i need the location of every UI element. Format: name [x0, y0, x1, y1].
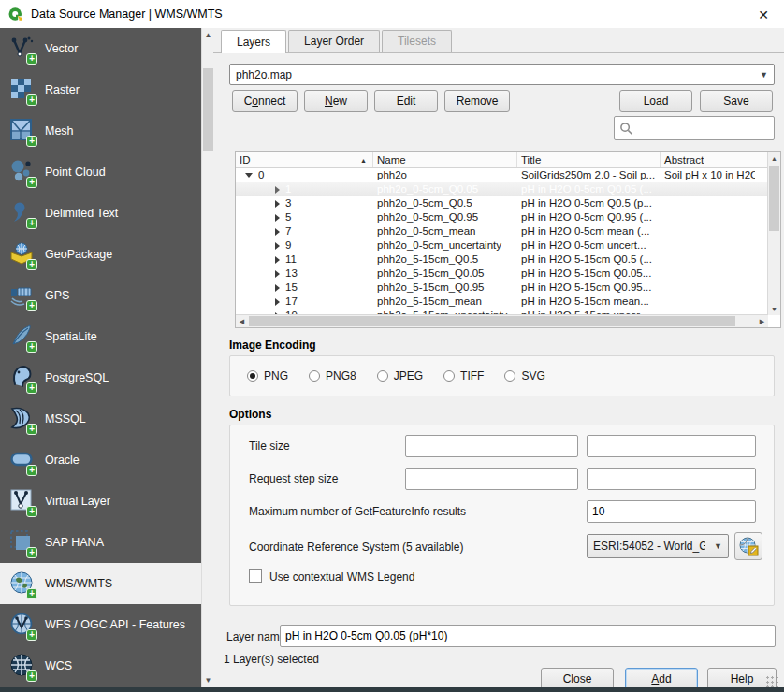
sidebar-item-spatialite[interactable]: SpatiaLite	[0, 316, 201, 357]
sidebar-item-label: MSSQL	[45, 412, 86, 425]
mesh-icon	[9, 118, 36, 144]
select-crs-button[interactable]	[734, 532, 762, 560]
add-badge-icon	[26, 465, 37, 476]
scroll-left-icon[interactable]	[236, 315, 248, 327]
getfeatureinfo-input[interactable]	[587, 500, 756, 523]
tab-layer-order[interactable]: Layer Order	[288, 30, 380, 53]
add-badge-icon	[26, 53, 37, 65]
expand-icon[interactable]	[275, 214, 280, 222]
table-row[interactable]: 3 phh2o_0-5cm_Q0.5 pH in H2O 0-5cm Q0.5 …	[236, 196, 768, 210]
table-horizontal-scrollbar[interactable]	[236, 314, 768, 327]
scrollbar-thumb[interactable]	[203, 68, 213, 151]
sidebar-item-label: Delimited Text	[45, 207, 118, 220]
radio-png8[interactable]: PNG8	[309, 369, 356, 382]
sidebar-item-mssql[interactable]: MSSQL	[0, 398, 201, 440]
request-step-width-input[interactable]	[405, 468, 578, 490]
scrollbar-thumb[interactable]	[769, 166, 779, 231]
table-vertical-scrollbar[interactable]	[767, 152, 780, 315]
sidebar-item-oracle[interactable]: Oracle	[0, 440, 201, 481]
add-badge-icon	[26, 424, 37, 435]
sidebar-item-wfs-ogc-api-features[interactable]: WFS / OGC API - Features	[0, 604, 201, 645]
sidebar-item-mesh[interactable]: Mesh	[0, 110, 201, 151]
contextual-legend-checkbox[interactable]	[249, 569, 262, 583]
tile-size-width-input[interactable]	[405, 435, 578, 457]
comma-icon	[9, 200, 36, 226]
expand-icon[interactable]	[275, 242, 280, 250]
search-input[interactable]	[633, 119, 774, 137]
table-row-selected[interactable]: 1 phh2o_0-5cm_Q0.05 pH in H2O 0-5cm Q0.0…	[236, 182, 768, 196]
request-step-height-input[interactable]	[587, 468, 756, 490]
sidebar-item-wcs[interactable]: WCS	[0, 645, 201, 686]
expand-icon[interactable]	[275, 256, 280, 264]
table-row[interactable]: 5 phh2o_0-5cm_Q0.95 pH in H2O 0-5cm Q0.9…	[236, 210, 768, 224]
sidebar-item-delimited-text[interactable]: Delimited Text	[0, 193, 201, 234]
connection-select[interactable]: phh2o.map	[229, 64, 775, 85]
sidebar-item-geopackage[interactable]: GeoPackage	[0, 234, 201, 275]
tab-layers[interactable]: Layers	[221, 30, 286, 53]
sidebar-item-virtual-layer[interactable]: Virtual Layer	[0, 481, 201, 522]
save-button[interactable]: Save	[700, 90, 773, 112]
scroll-down-icon[interactable]	[768, 303, 780, 315]
wfs-globe-icon	[9, 612, 36, 638]
new-button[interactable]: New	[304, 90, 368, 112]
column-header-abstract[interactable]: Abstract	[661, 152, 755, 167]
image-encoding-heading: Image Encoding	[229, 339, 316, 352]
wcs-globe-icon	[9, 653, 36, 679]
expand-icon[interactable]	[275, 298, 280, 306]
scroll-right-icon[interactable]	[756, 315, 768, 327]
column-header-title[interactable]: Title	[517, 152, 661, 167]
expand-icon[interactable]	[275, 284, 280, 292]
expand-icon[interactable]	[275, 200, 280, 208]
connect-button[interactable]: Connect	[232, 90, 298, 112]
table-row[interactable]: 13 phh2o_5-15cm_Q0.05 pH in H2O 5-15cm Q…	[236, 267, 768, 281]
layer-name-input[interactable]	[280, 625, 776, 647]
add-badge-icon	[26, 177, 37, 188]
sidebar-item-point-cloud[interactable]: Point Cloud	[0, 151, 201, 193]
sidebar-item-label: Mesh	[45, 124, 74, 137]
radio-png[interactable]: PNG	[247, 369, 288, 382]
remove-button[interactable]: Remove	[444, 90, 510, 112]
sidebar-item-vector[interactable]: Vector	[0, 28, 201, 69]
tile-size-height-input[interactable]	[587, 435, 756, 457]
resize-grip[interactable]	[765, 675, 778, 688]
wms-globe-icon	[9, 570, 36, 597]
expand-icon[interactable]	[275, 228, 280, 236]
table-row[interactable]: 11 phh2o_5-15cm_Q0.5 pH in H2O 5-15cm Q0…	[236, 252, 768, 267]
search-box[interactable]	[614, 116, 775, 140]
close-window-button[interactable]	[754, 6, 773, 24]
scroll-down-icon[interactable]	[202, 673, 213, 687]
radio-jpeg[interactable]: JPEG	[377, 369, 423, 382]
tab-tilesets: Tilesets	[382, 30, 452, 53]
edit-button[interactable]: Edit	[374, 90, 438, 112]
add-badge-icon	[26, 341, 37, 353]
table-row[interactable]: 15 phh2o_5-15cm_Q0.95 pH in H2O 5-15cm Q…	[236, 281, 768, 295]
scrollbar-thumb[interactable]	[249, 316, 735, 326]
table-row[interactable]: 17 phh2o_5-15cm_mean pH in H2O 5-15cm me…	[236, 295, 768, 309]
sidebar-item-raster[interactable]: Raster	[0, 69, 201, 110]
crs-select[interactable]: ESRI:54052 - World_Goo	[587, 534, 729, 558]
scroll-up-icon[interactable]	[768, 152, 780, 165]
radio-checked-icon	[247, 370, 258, 382]
radio-tiff[interactable]: TIFF	[443, 369, 484, 382]
collapse-icon[interactable]	[245, 173, 253, 178]
sidebar-scrollbar[interactable]	[201, 28, 213, 692]
scroll-up-icon[interactable]	[202, 28, 213, 42]
table-row[interactable]: 9 phh2o_0-5cm_uncertainty pH in H2O 0-5c…	[236, 238, 768, 252]
add-badge-icon	[26, 259, 37, 270]
expand-icon[interactable]	[275, 270, 280, 278]
sidebar-item-sap-hana[interactable]: SAP HANA	[0, 522, 201, 563]
sidebar-item-gps[interactable]: GPS	[0, 275, 201, 316]
expand-icon[interactable]	[275, 186, 280, 194]
radio-svg[interactable]: SVG	[504, 369, 544, 382]
sidebar-item-wms-wmts[interactable]: WMS/WMTS	[0, 563, 201, 604]
sidebar-item-postgresql[interactable]: PostgreSQL	[0, 357, 201, 398]
table-row[interactable]: 0 phh2o SoilGrids250m 2.0 - Soil p... So…	[236, 168, 768, 182]
table-row[interactable]: 7 phh2o_0-5cm_mean pH in H2O 0-5cm mean …	[236, 224, 768, 238]
radio-icon	[377, 370, 388, 382]
source-type-list: Vector Raster Mesh	[0, 28, 201, 692]
load-button[interactable]: Load	[619, 90, 692, 112]
column-header-name[interactable]: Name	[373, 152, 517, 167]
column-header-id[interactable]: ID	[236, 152, 373, 167]
table-header: ID Name Title Abstract	[236, 152, 780, 168]
contextual-legend-label: Use contextual WMS Legend	[269, 570, 414, 584]
